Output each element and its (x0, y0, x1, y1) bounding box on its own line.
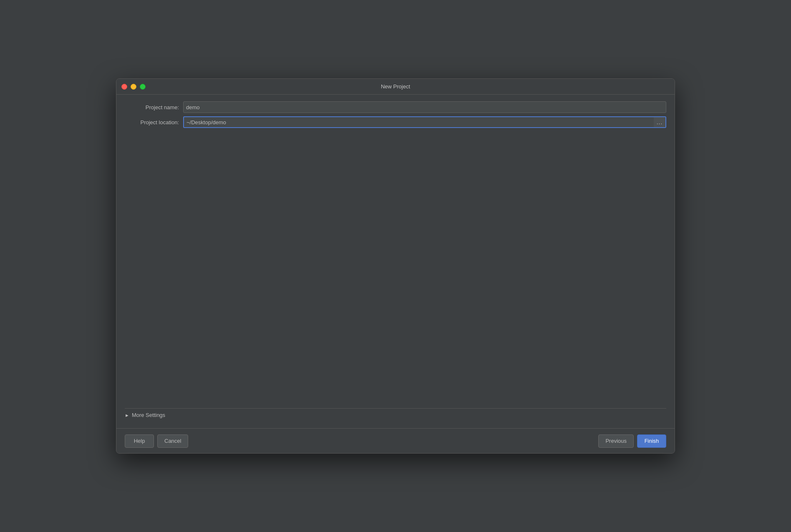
project-name-label: Project name: (125, 104, 183, 110)
project-location-label: Project location: (125, 119, 183, 125)
title-bar: New Project (116, 79, 675, 95)
close-button[interactable] (121, 84, 127, 90)
footer-right-buttons: Previous Finish (598, 434, 666, 448)
more-settings-label: More Settings (132, 412, 165, 418)
project-location-row: Project location: ... (125, 116, 666, 128)
minimize-button[interactable] (131, 84, 136, 90)
previous-button[interactable]: Previous (598, 434, 634, 448)
project-location-field-group: ... (183, 116, 666, 128)
more-settings-arrow-icon: ► (125, 413, 129, 418)
content-spacer (125, 131, 666, 408)
dialog-footer: Help Cancel Previous Finish (116, 428, 675, 453)
maximize-button[interactable] (140, 84, 146, 90)
browse-button[interactable]: ... (654, 116, 666, 128)
more-settings-row[interactable]: ► More Settings (125, 408, 666, 422)
finish-button[interactable]: Finish (637, 434, 666, 448)
project-location-input[interactable] (183, 116, 654, 128)
new-project-dialog: New Project Project name: Project locati… (116, 78, 675, 454)
cancel-button[interactable]: Cancel (157, 434, 188, 448)
help-button[interactable]: Help (125, 434, 154, 448)
footer-left-buttons: Help Cancel (125, 434, 188, 448)
dialog-content: Project name: Project location: ... ► Mo… (116, 95, 675, 428)
window-title: New Project (381, 83, 410, 90)
traffic-lights (121, 84, 146, 90)
project-name-row: Project name: (125, 101, 666, 113)
project-name-input[interactable] (183, 101, 666, 113)
